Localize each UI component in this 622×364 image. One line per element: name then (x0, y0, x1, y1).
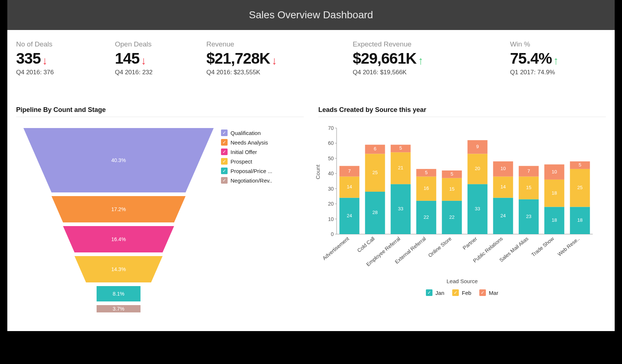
bar-segment-label: 6 (374, 146, 376, 151)
kpi-card: Open Deals145↓Q4 2016: 232 (115, 40, 153, 76)
legend-label: Qualification (231, 130, 261, 136)
kpi-card: No of Deals335↓Q4 2016: 376 (16, 40, 54, 76)
x-category-label: Cold Call (356, 236, 376, 254)
kpi-label: No of Deals (16, 40, 54, 48)
bar-segment-label: 10 (501, 166, 506, 171)
bar-segment-label: 25 (372, 170, 378, 175)
y-tick-label: 70 (328, 125, 334, 131)
bar-segment-label: 28 (372, 210, 378, 215)
kpi-label: Revenue (206, 40, 277, 48)
kpi-previous: Q4 2016: $19,566K (353, 69, 423, 76)
kpi-value: 75.4% (510, 50, 552, 67)
kpi-value: $29,661K (353, 50, 416, 67)
legend-swatch-icon: ✓ (426, 289, 432, 296)
legend-item[interactable]: ✓Feb (452, 289, 471, 296)
legend-label: Negotiation/Rev.. (231, 177, 272, 184)
bar-segment-label: 25 (577, 185, 582, 190)
bar-segment-label: 23 (526, 214, 531, 219)
y-tick-label: 30 (328, 186, 334, 192)
bar-ylabel: Count (315, 165, 321, 179)
x-category-label: Partner (461, 236, 478, 251)
kpi-value: 145 (115, 50, 139, 67)
kpi-previous: Q4 2016: 232 (115, 69, 153, 76)
legend-item[interactable]: ✓Prospect (221, 158, 272, 165)
bar-segment-label: 14 (501, 184, 506, 189)
bar-segment-label: 21 (398, 165, 403, 170)
kpi-card: Expected Revenue$29,661K↑Q4 2016: $19,56… (353, 40, 423, 76)
y-tick-label: 10 (328, 216, 334, 222)
bar-segment-label: 7 (527, 168, 530, 174)
bar-segment-label: 7 (348, 168, 351, 174)
legend-item[interactable]: ✓Mar (479, 289, 498, 296)
trend-down-icon: ↓ (271, 55, 277, 67)
kpi-previous: Q4 2016: 376 (16, 69, 54, 76)
bar-segment-label: 16 (424, 185, 429, 191)
legend-swatch-icon: ✓ (452, 289, 459, 296)
trend-down-icon: ↓ (141, 55, 146, 67)
kpi-label: Open Deals (115, 40, 153, 48)
bar-segment-label: 5 (578, 162, 581, 168)
bar-panel: Leads Created by Source this year Count … (318, 106, 606, 318)
x-category-label: Web Rese.. (557, 236, 581, 257)
bar-segment-label: 33 (398, 206, 403, 211)
trend-down-icon: ↓ (42, 55, 48, 67)
y-tick-label: 0 (331, 231, 334, 237)
kpi-label: Win % (510, 40, 559, 48)
kpi-value: 335 (16, 50, 41, 67)
legend-label: Mar (489, 290, 498, 296)
bar-segment-label: 22 (424, 214, 429, 220)
legend-label: Feb (462, 290, 471, 296)
funnel-segment-label: 17.2% (111, 206, 126, 212)
kpi-label: Expected Revenue (353, 40, 423, 48)
y-tick-label: 60 (328, 140, 334, 146)
x-category-label: Trade Show (530, 235, 555, 258)
bar-segment-label: 18 (552, 190, 557, 196)
kpi-previous: Q1 2017: 74.9% (510, 69, 559, 76)
bar-segment-label: 15 (449, 186, 454, 192)
x-category-label: Online Store (427, 236, 453, 258)
dashboard-title-bar: Sales Overview Dashboard (7, 0, 615, 30)
y-tick-label: 40 (328, 170, 334, 176)
bar-segment-label: 5 (425, 170, 427, 175)
trend-up-icon: ↑ (418, 55, 423, 67)
kpi-previous: Q4 2016: $23,555K (206, 69, 277, 76)
funnel-segment-label: 8.1% (113, 291, 124, 297)
bar-segment-label: 5 (399, 145, 402, 151)
bar-segment-label: 24 (347, 213, 352, 218)
funnel-segment-label: 14.3% (111, 266, 126, 272)
funnel-segment-label: 3.7% (113, 306, 124, 312)
bar-chart: 01020304050607024147Advertisement28256Co… (318, 124, 596, 274)
bar-segment-label: 14 (347, 184, 352, 189)
legend-label: Jan (435, 290, 444, 296)
kpi-value: $21,728K (206, 50, 270, 67)
legend-label: Needs Analysis (231, 139, 268, 146)
funnel-legend: ✓Qualification✓Needs Analysis✓Initial Of… (221, 128, 272, 318)
dashboard-title: Sales Overview Dashboard (249, 9, 373, 21)
legend-label: Initial Offer (231, 149, 257, 155)
legend-swatch-icon: ✓ (221, 158, 228, 165)
legend-item[interactable]: ✓Needs Analysis (221, 139, 272, 146)
legend-item[interactable]: ✓Qualification (221, 130, 272, 136)
bar-segment-label: 18 (577, 217, 582, 223)
kpi-row: No of Deals335↓Q4 2016: 376Open Deals145… (16, 40, 606, 84)
funnel-segment-label: 40.3% (111, 157, 126, 163)
legend-item[interactable]: ✓Jan (426, 289, 444, 296)
legend-swatch-icon: ✓ (221, 168, 228, 174)
legend-swatch-icon: ✓ (221, 139, 228, 146)
kpi-card: Revenue$21,728K↓Q4 2016: $23,555K (206, 40, 277, 76)
bar-xlabel: Lead Source (318, 278, 606, 284)
legend-swatch-icon: ✓ (221, 130, 228, 136)
bar-segment-label: 5 (450, 171, 453, 177)
bar-segment-label: 18 (552, 217, 557, 223)
legend-label: Proposal/Price ... (231, 168, 272, 174)
legend-item[interactable]: ✓Proposal/Price ... (221, 168, 272, 174)
bar-segment-label: 22 (449, 214, 454, 220)
bar-segment-label: 9 (476, 144, 479, 149)
funnel-chart: 40.3%17.2%16.4%14.3%8.1%3.7% (16, 128, 221, 318)
bar-title: Leads Created by Source this year (318, 106, 606, 117)
legend-item[interactable]: ✓Negotiation/Rev.. (221, 177, 272, 184)
legend-item[interactable]: ✓Initial Offer (221, 149, 272, 155)
legend-swatch-icon: ✓ (479, 289, 486, 296)
bar-segment-label: 10 (552, 169, 557, 175)
kpi-card: Win %75.4%↑Q1 2017: 74.9% (510, 40, 559, 76)
